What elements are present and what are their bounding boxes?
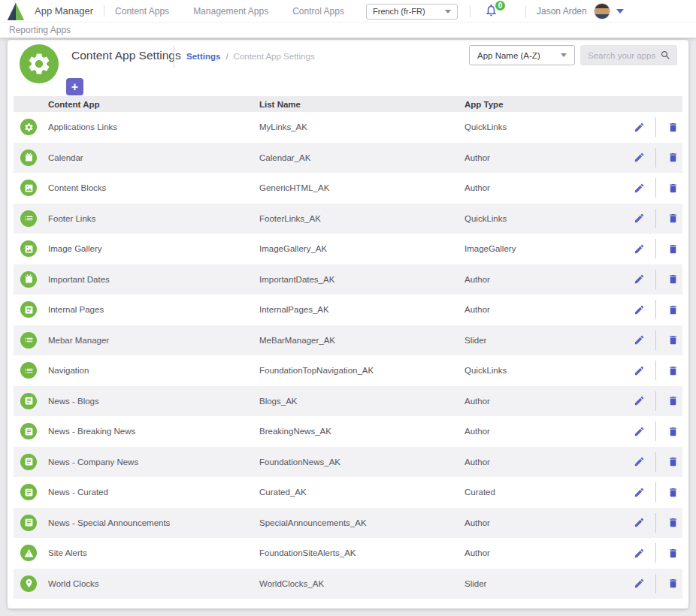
- delete-icon[interactable]: [667, 547, 679, 559]
- pin-icon: [20, 575, 37, 592]
- delete-icon[interactable]: [667, 334, 679, 346]
- search-input[interactable]: [580, 51, 660, 60]
- delete-icon[interactable]: [667, 578, 679, 590]
- table-row: News - Special Announcements SpecialAnno…: [14, 508, 682, 539]
- table-row: Content Blocks GenericHTML_AK Author: [14, 173, 682, 204]
- user-menu-chevron-icon[interactable]: [616, 9, 624, 14]
- app-type: Slider: [465, 579, 633, 588]
- divider: [655, 513, 656, 533]
- app-name: Image Gallery: [48, 244, 259, 253]
- calendar-icon: [20, 271, 37, 288]
- article-icon: [20, 423, 37, 439]
- app-name: News - Company News: [48, 457, 259, 467]
- table-row: News - Breaking News BreakingNews_AK Aut…: [14, 416, 682, 447]
- app-name: News - Blogs: [48, 397, 259, 406]
- app-type: Author: [465, 153, 633, 162]
- app-name: Important Dates: [48, 275, 259, 284]
- divider: [655, 391, 656, 411]
- topbar-main-row: App Manager Content Apps Management Apps…: [0, 0, 696, 23]
- list-name: FoundationNews_AK: [259, 457, 465, 467]
- delete-icon[interactable]: [667, 364, 679, 376]
- image-icon: [20, 240, 37, 257]
- edit-icon[interactable]: [633, 303, 645, 316]
- delete-icon[interactable]: [667, 121, 679, 133]
- edit-icon[interactable]: [633, 121, 645, 133]
- edit-icon[interactable]: [633, 578, 645, 590]
- edit-icon[interactable]: [633, 456, 645, 468]
- notifications-button[interactable]: 0: [484, 3, 498, 20]
- app-type: QuickLinks: [465, 366, 633, 375]
- divider: [655, 270, 656, 289]
- brand-title: App Manager: [35, 5, 93, 17]
- nav-content-apps[interactable]: Content Apps: [115, 6, 169, 17]
- table-row: World Clocks WorldClocks_AK Slider: [14, 569, 682, 599]
- table-row: Important Dates ImportantDates_AK Author: [14, 264, 682, 295]
- apps-table: Content App List Name App Type Applicati…: [14, 96, 682, 599]
- breadcrumb-settings-link[interactable]: Settings: [186, 52, 220, 61]
- delete-icon[interactable]: [667, 425, 679, 437]
- column-header-list-name: List Name: [259, 100, 465, 109]
- app-type: Author: [465, 457, 633, 467]
- app-name: Navigation: [48, 366, 259, 375]
- add-app-button[interactable]: +: [66, 78, 83, 95]
- divider: [655, 543, 656, 563]
- edit-icon[interactable]: [633, 152, 645, 164]
- image-icon: [20, 180, 37, 196]
- delete-icon[interactable]: [667, 517, 679, 529]
- app-logo-icon: [6, 2, 26, 21]
- divider: [655, 574, 656, 593]
- edit-icon[interactable]: [633, 182, 645, 194]
- divider: [655, 300, 656, 319]
- app-type: Author: [465, 275, 633, 284]
- sort-select[interactable]: App Name (A-Z): [469, 45, 575, 65]
- delete-icon[interactable]: [667, 395, 679, 407]
- delete-icon[interactable]: [667, 273, 679, 285]
- edit-icon[interactable]: [633, 486, 645, 498]
- edit-icon[interactable]: [633, 547, 645, 559]
- delete-icon[interactable]: [667, 243, 679, 255]
- delete-icon[interactable]: [667, 303, 679, 316]
- sort-select-value: App Name (A-Z): [477, 51, 540, 60]
- edit-icon[interactable]: [633, 425, 645, 437]
- edit-icon[interactable]: [633, 395, 645, 407]
- divider: [525, 6, 526, 17]
- list-name: WorldClocks_AK: [259, 579, 465, 588]
- list-name: MyLinks_AK: [259, 122, 465, 131]
- app-type: Author: [465, 183, 633, 192]
- edit-icon[interactable]: [633, 243, 645, 255]
- nav-management-apps[interactable]: Management Apps: [193, 6, 268, 17]
- language-select[interactable]: French (fr-FR): [366, 4, 458, 20]
- avatar[interactable]: [594, 3, 610, 20]
- page-gear-icon: [20, 44, 59, 83]
- delete-icon[interactable]: [667, 152, 679, 164]
- delete-icon[interactable]: [667, 456, 679, 468]
- app-type: QuickLinks: [465, 214, 633, 223]
- divider: [655, 452, 656, 472]
- delete-icon[interactable]: [667, 486, 679, 498]
- edit-icon[interactable]: [633, 213, 645, 225]
- edit-icon[interactable]: [633, 334, 645, 346]
- chevron-down-icon: [445, 10, 451, 14]
- table-header-row: Content App List Name App Type: [14, 96, 682, 112]
- nav-control-apps[interactable]: Control Apps: [292, 6, 344, 17]
- edit-icon[interactable]: [633, 273, 645, 285]
- table-row: Mebar Manager MeBarManager_AK Slider: [14, 325, 682, 356]
- breadcrumb: Settings / Content App Settings: [186, 52, 315, 61]
- app-name: Calendar: [48, 153, 259, 162]
- delete-icon[interactable]: [667, 182, 679, 194]
- search-icon[interactable]: [660, 50, 671, 61]
- delete-icon[interactable]: [667, 213, 679, 225]
- divider: [174, 46, 174, 68]
- topbar-right-cluster: French (fr-FR) 0 Jason Arden: [366, 0, 624, 23]
- list-name: ImageGallery_AK: [259, 244, 465, 253]
- table-row: Applications Links MyLinks_AK QuickLinks: [14, 112, 682, 143]
- divider: [655, 482, 656, 502]
- nav-reporting-apps[interactable]: Reporting Apps: [9, 25, 71, 35]
- divider: [655, 209, 656, 228]
- app-name: News - Special Announcements: [48, 518, 259, 527]
- edit-icon[interactable]: [633, 364, 645, 376]
- edit-icon[interactable]: [633, 517, 645, 529]
- app-type: Author: [465, 518, 633, 527]
- app-type: Author: [465, 427, 633, 436]
- app-name: Content Blocks: [48, 183, 259, 192]
